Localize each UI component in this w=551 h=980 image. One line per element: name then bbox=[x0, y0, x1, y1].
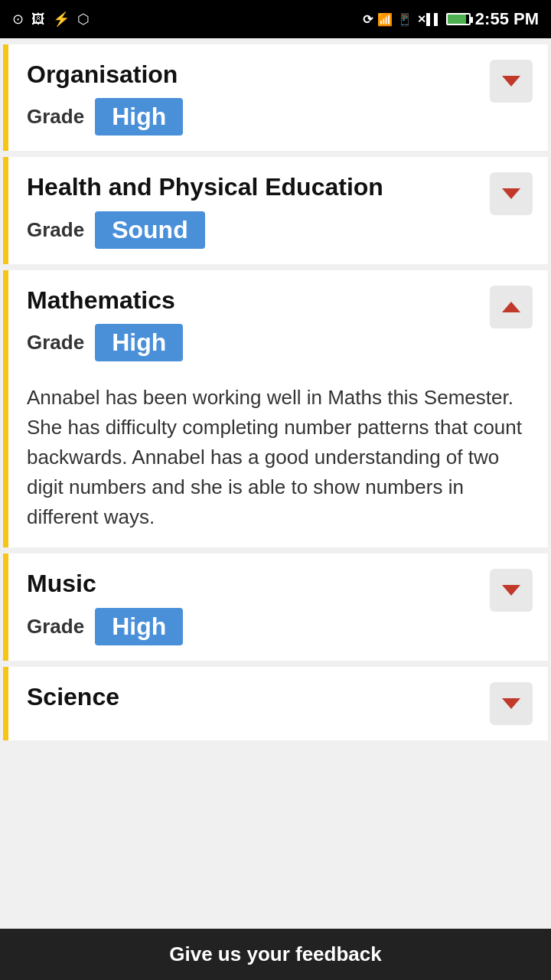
subject-description-mathematics: Annabel has been working well in Maths t… bbox=[27, 383, 533, 532]
grade-row-health-pe: Grade Sound bbox=[27, 211, 383, 249]
android-icon: ⬡ bbox=[77, 11, 90, 28]
subject-card-organisation: Organisation Grade High bbox=[3, 44, 548, 151]
subject-title-organisation: Organisation Grade High bbox=[27, 60, 183, 136]
card-header-science: Science bbox=[27, 682, 533, 725]
expand-btn-organisation[interactable] bbox=[490, 60, 533, 103]
subject-card-health-pe: Health and Physical Education Grade Soun… bbox=[3, 157, 548, 263]
grade-badge-music: High bbox=[95, 608, 183, 645]
grade-row-music: Grade High bbox=[27, 608, 183, 645]
wifi-icon: 📶 bbox=[377, 12, 393, 27]
subject-card-mathematics: Mathematics Grade High Annabel has been … bbox=[3, 270, 548, 547]
download-icon: ⊙ bbox=[12, 11, 24, 28]
feedback-bar[interactable]: Give us your feedback bbox=[0, 929, 551, 980]
sim-icon: 📱 bbox=[397, 12, 412, 27]
grade-badge-mathematics: High bbox=[95, 324, 183, 361]
card-header-health-pe: Health and Physical Education Grade Soun… bbox=[27, 172, 533, 248]
subject-title-health-pe: Health and Physical Education Grade Soun… bbox=[27, 172, 383, 248]
chevron-down-icon bbox=[502, 188, 520, 199]
status-bar: ⊙ 🖼 ⚡ ⬡ ⟳ 📶 📱 ✕▌▌ 2:55 PM bbox=[0, 0, 551, 38]
card-header-organisation: Organisation Grade High bbox=[27, 60, 533, 136]
expand-btn-health-pe[interactable] bbox=[490, 172, 533, 215]
expand-btn-science[interactable] bbox=[490, 682, 533, 725]
card-header-mathematics: Mathematics Grade High bbox=[27, 286, 533, 361]
expand-btn-music[interactable] bbox=[490, 569, 533, 612]
subject-title-mathematics: Mathematics Grade High bbox=[27, 286, 183, 361]
card-header-music: Music Grade High bbox=[27, 569, 533, 645]
signal-icon: ✕▌▌ bbox=[417, 13, 442, 25]
chevron-down-icon bbox=[502, 585, 520, 596]
subject-title-science: Science bbox=[27, 682, 119, 720]
subject-title-music: Music Grade High bbox=[27, 569, 183, 645]
rotate-icon: ⟳ bbox=[363, 12, 373, 27]
feedback-text: Give us your feedback bbox=[169, 942, 381, 965]
image-icon: 🖼 bbox=[31, 11, 45, 28]
subjects-list: Organisation Grade High Health and Physi… bbox=[0, 38, 551, 929]
expand-btn-mathematics[interactable] bbox=[490, 286, 533, 328]
chevron-up-icon bbox=[502, 302, 520, 312]
battery-icon bbox=[446, 13, 471, 25]
grade-badge-health-pe: Sound bbox=[95, 211, 205, 249]
subject-card-music: Music Grade High bbox=[3, 554, 548, 660]
grade-badge-organisation: High bbox=[95, 98, 183, 136]
time-display: 2:55 PM bbox=[475, 9, 539, 29]
grade-row-organisation: Grade High bbox=[27, 98, 183, 136]
chevron-down-icon bbox=[502, 698, 520, 709]
chevron-down-icon bbox=[502, 76, 520, 87]
usb-icon: ⚡ bbox=[53, 11, 70, 28]
subject-card-science: Science bbox=[3, 667, 548, 740]
status-icons-right: ⟳ 📶 📱 ✕▌▌ 2:55 PM bbox=[363, 9, 539, 29]
status-icons-left: ⊙ 🖼 ⚡ ⬡ bbox=[12, 11, 90, 28]
grade-row-mathematics: Grade High bbox=[27, 324, 183, 361]
